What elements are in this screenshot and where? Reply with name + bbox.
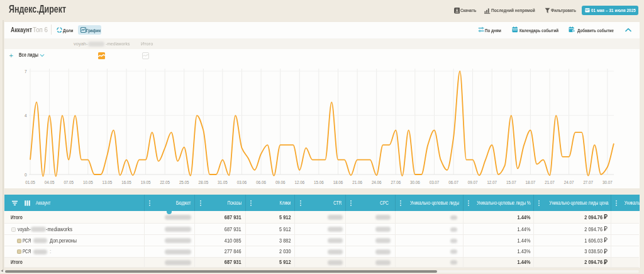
svg-text:03.06: 03.06: [237, 180, 247, 185]
svg-text:28.05: 28.05: [199, 180, 209, 185]
svg-text:13.05: 13.05: [103, 180, 113, 185]
svg-text:24.07: 24.07: [564, 180, 574, 185]
svg-text:16.05: 16.05: [121, 180, 131, 185]
svg-text:19.05: 19.05: [141, 180, 151, 185]
svg-text:27.06: 27.06: [391, 180, 401, 185]
svg-text:12.06: 12.06: [295, 180, 305, 185]
svg-text:21.07: 21.07: [545, 180, 555, 185]
svg-text:31.05: 31.05: [218, 180, 228, 185]
svg-text:15.07: 15.07: [506, 180, 516, 185]
svg-text:27.07: 27.07: [583, 180, 593, 185]
svg-text:30.06: 30.06: [410, 180, 420, 185]
svg-text:04.05: 04.05: [45, 180, 55, 185]
svg-text:25.05: 25.05: [179, 180, 189, 185]
svg-text:06.07: 06.07: [448, 180, 458, 185]
svg-text:12.07: 12.07: [487, 180, 497, 185]
svg-text:18.07: 18.07: [526, 180, 536, 185]
svg-text:22.05: 22.05: [160, 180, 170, 185]
svg-text:10.05: 10.05: [83, 180, 93, 185]
svg-text:01.05: 01.05: [25, 180, 35, 185]
svg-text:0: 0: [25, 172, 27, 178]
svg-text:09.06: 09.06: [275, 180, 286, 185]
svg-text:09.07: 09.07: [468, 180, 478, 185]
svg-text:30.07: 30.07: [602, 180, 613, 185]
svg-text:03.07: 03.07: [430, 180, 440, 185]
svg-text:7: 7: [25, 69, 27, 74]
svg-text:24.06: 24.06: [372, 180, 382, 185]
svg-text:06.06: 06.06: [256, 180, 266, 185]
svg-text:4: 4: [25, 113, 27, 118]
svg-text:18.06: 18.06: [333, 180, 343, 185]
svg-text:21.06: 21.06: [352, 180, 362, 185]
svg-text:07.05: 07.05: [64, 180, 74, 185]
svg-text:15.06: 15.06: [314, 180, 324, 185]
